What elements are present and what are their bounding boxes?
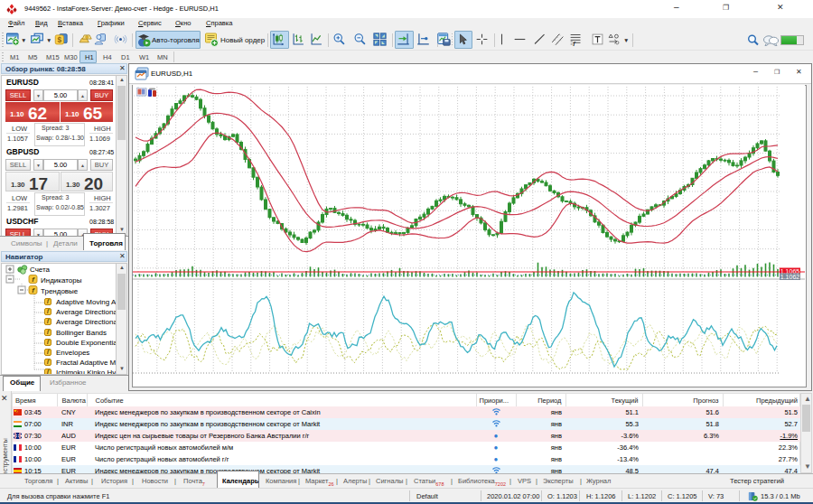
svg-text:$: $ [58,35,62,44]
svg-text:Счета: Счета [30,266,51,274]
svg-text:1.1062: 1.1062 [780,274,800,280]
svg-text:Трендовые: Трендовые [41,287,79,295]
svg-text:Индикаторы: Индикаторы [41,276,82,285]
